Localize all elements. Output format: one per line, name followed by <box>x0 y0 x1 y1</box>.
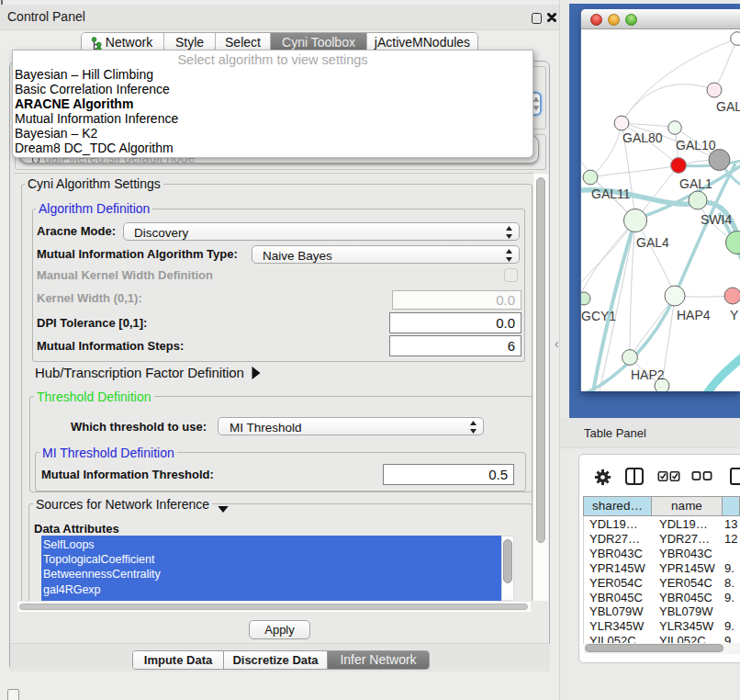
svg-text:Y: Y <box>730 308 739 322</box>
svg-text:SWI4: SWI4 <box>701 212 732 227</box>
svg-text:GAL11: GAL11 <box>591 186 631 201</box>
svg-text:GAL1: GAL1 <box>679 176 712 191</box>
svg-text:GAL4: GAL4 <box>636 235 669 250</box>
svg-text:HAP2: HAP2 <box>631 367 665 382</box>
svg-text:GAL80: GAL80 <box>622 130 663 145</box>
svg-text:GAL: GAL <box>716 99 740 114</box>
svg-text:GAL10: GAL10 <box>676 138 716 152</box>
svg-text:GCY1: GCY1 <box>581 309 616 323</box>
svg-text:HAP4: HAP4 <box>677 308 711 322</box>
